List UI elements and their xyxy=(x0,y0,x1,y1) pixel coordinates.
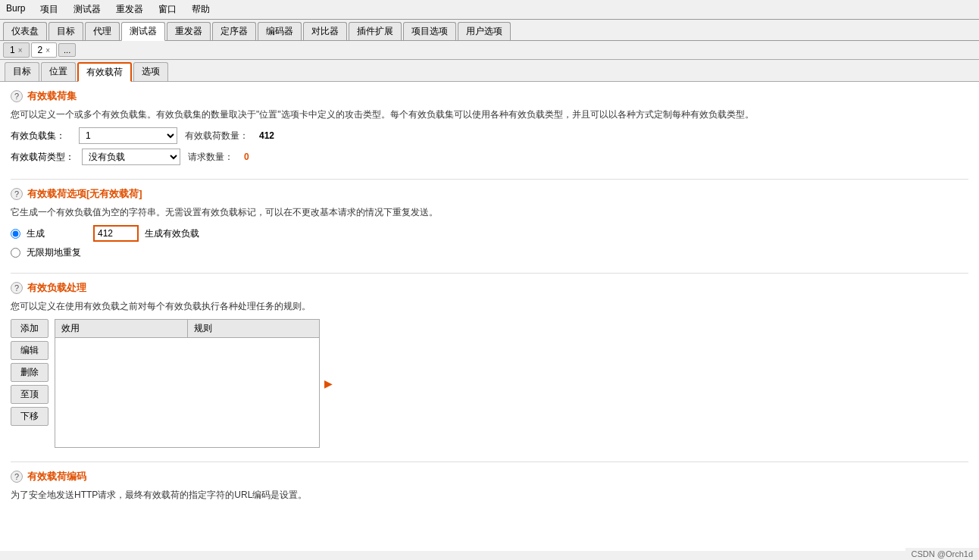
instance-tab-2-close[interactable]: × xyxy=(45,46,50,55)
move-down-button[interactable]: 下移 xyxy=(11,407,48,426)
instance-tab-more[interactable]: ... xyxy=(58,43,76,57)
unlimited-radio[interactable] xyxy=(11,248,20,258)
payload-set-select-wrap: 1 xyxy=(79,127,177,144)
tab-proxy[interactable]: 代理 xyxy=(85,22,120,40)
tab-extensions[interactable]: 插件扩展 xyxy=(349,22,402,40)
tab-project-options[interactable]: 项目选项 xyxy=(403,22,456,40)
payload-encoding-desc: 为了安全地发送HTTP请求，最终有效载荷的指定字符的URL编码是设置。 xyxy=(11,488,968,502)
tab-intruder[interactable]: 测试器 xyxy=(121,22,165,41)
payload-options-help-icon[interactable]: ? xyxy=(11,188,23,200)
col-enabled: 效用 xyxy=(55,320,188,337)
unlimited-radio-row: 无限期地重复 xyxy=(11,246,968,259)
menu-window[interactable]: 窗口 xyxy=(155,2,180,17)
table-header: 效用 规则 xyxy=(55,320,319,338)
payload-processing-title: 有效负载处理 xyxy=(27,281,86,295)
menu-tester[interactable]: 测试器 xyxy=(70,2,104,17)
delete-rule-button[interactable]: 删除 xyxy=(11,363,48,382)
request-count-label: 请求数量： xyxy=(188,151,233,164)
divider-1 xyxy=(11,179,968,180)
instance-tab-1[interactable]: 1 × xyxy=(3,42,30,58)
payload-processing-help-icon[interactable]: ? xyxy=(11,282,23,294)
generate-count-input[interactable]: 412 xyxy=(93,225,139,242)
menu-help[interactable]: 帮助 xyxy=(189,2,213,17)
sub-tab-positions[interactable]: 位置 xyxy=(41,62,76,81)
divider-2 xyxy=(11,273,968,274)
payload-type-select[interactable]: 没有负载 xyxy=(82,149,180,165)
payload-options-desc: 它生成一个有效负载值为空的字符串。无需设置有效负载标记，可以在不更改基本请求的情… xyxy=(11,205,968,219)
edit-rule-button[interactable]: 编辑 xyxy=(11,341,48,360)
payload-processing-desc: 您可以定义在使用有效负载之前对每个有效负载执行各种处理任务的规则。 xyxy=(11,299,968,313)
main-content: ? 有效载荷集 您可以定义一个或多个有效负载集。有效负载集的数量取决于"位置"选… xyxy=(0,82,979,551)
menu-bar: Burp 项目 测试器 重发器 窗口 帮助 xyxy=(0,0,979,20)
payload-encoding-section: ? 有效载荷编码 为了安全地发送HTTP请求，最终有效载荷的指定字符的URL编码… xyxy=(11,470,968,502)
tab-sequencer[interactable]: 定序器 xyxy=(212,22,256,40)
instance-tab-2[interactable]: 2 × xyxy=(31,42,58,58)
status-text: CSDN @Orch1d xyxy=(912,549,973,551)
payload-set-header: ? 有效载荷集 xyxy=(11,89,968,103)
tab-comparer[interactable]: 对比器 xyxy=(303,22,347,40)
tab-dashboard[interactable]: 仪表盘 xyxy=(3,22,47,40)
processing-area: 添加 编辑 删除 至顶 下移 效用 规则 ▶ xyxy=(11,319,968,448)
payload-set-help-icon[interactable]: ? xyxy=(11,90,23,102)
tab-target[interactable]: 目标 xyxy=(48,22,83,40)
tab-encoder[interactable]: 编码器 xyxy=(258,22,302,40)
instance-tab-2-label: 2 xyxy=(38,45,43,55)
payload-count-label: 有效载荷数量： xyxy=(185,130,249,142)
toolbar-tabs: 仪表盘 目标 代理 测试器 重发器 定序器 编码器 对比器 插件扩展 项目选项 … xyxy=(0,20,979,41)
status-bar: CSDN @Orch1d xyxy=(905,548,979,551)
payload-options-section: ? 有效载荷选项[无有效载荷] 它生成一个有效负载值为空的字符串。无需设置有效负… xyxy=(11,187,968,259)
sub-tab-target[interactable]: 目标 xyxy=(5,62,39,81)
payload-type-label: 有效载荷类型： xyxy=(11,151,74,164)
payload-count-value: 412 xyxy=(259,130,274,141)
request-count-value: 0 xyxy=(244,152,249,162)
col-rule: 规则 xyxy=(188,320,320,337)
processing-buttons: 添加 编辑 删除 至顶 下移 xyxy=(11,319,48,448)
menu-repeater[interactable]: 重发器 xyxy=(113,2,146,17)
payload-set-row: 有效负载集： 1 有效载荷数量： 412 xyxy=(11,127,968,144)
payload-encoding-title: 有效载荷编码 xyxy=(27,470,86,483)
instance-tab-1-label: 1 xyxy=(10,45,15,55)
payload-processing-section: ? 有效负载处理 您可以定义在使用有效负载之前对每个有效负载执行各种处理任务的规… xyxy=(11,281,968,448)
payload-options-title: 有效载荷选项[无有效载荷] xyxy=(27,187,142,201)
generate-suffix-label: 生成有效负载 xyxy=(145,227,199,240)
payload-processing-header: ? 有效负载处理 xyxy=(11,281,968,295)
processing-table: 效用 规则 ▶ xyxy=(55,319,320,448)
payload-set-desc: 您可以定义一个或多个有效负载集。有效负载集的数量取决于"位置"选项卡中定义的攻击… xyxy=(11,108,968,121)
sub-tabs: 目标 位置 有效载荷 选项 xyxy=(0,60,979,82)
payload-type-select-wrap: 没有负载 xyxy=(82,149,180,165)
table-expand-arrow[interactable]: ▶ xyxy=(324,377,333,389)
unlimited-radio-label: 无限期地重复 xyxy=(27,246,81,259)
sub-tab-options[interactable]: 选项 xyxy=(133,62,168,81)
payload-set-label: 有效负载集： xyxy=(11,130,71,142)
menu-burp[interactable]: Burp xyxy=(3,2,28,17)
generate-radio-label: 生成 xyxy=(27,227,87,240)
tab-repeater[interactable]: 重发器 xyxy=(167,22,211,40)
tab-user-options[interactable]: 用户选项 xyxy=(458,22,511,40)
move-top-button[interactable]: 至顶 xyxy=(11,385,48,404)
payload-encoding-help-icon[interactable]: ? xyxy=(11,471,23,483)
sub-tab-payloads[interactable]: 有效载荷 xyxy=(77,62,132,82)
divider-3 xyxy=(11,461,968,462)
generate-radio[interactable] xyxy=(11,229,20,239)
menu-project[interactable]: 项目 xyxy=(37,2,61,17)
payload-set-select[interactable]: 1 xyxy=(79,127,177,144)
payload-type-row: 有效载荷类型： 没有负载 请求数量： 0 xyxy=(11,149,968,165)
payload-set-title: 有效载荷集 xyxy=(27,89,77,103)
instance-tab-1-close[interactable]: × xyxy=(18,46,23,55)
payload-set-section: ? 有效载荷集 您可以定义一个或多个有效负载集。有效负载集的数量取决于"位置"选… xyxy=(11,89,968,165)
payload-encoding-header: ? 有效载荷编码 xyxy=(11,470,968,483)
payload-options-header: ? 有效载荷选项[无有效载荷] xyxy=(11,187,968,201)
instance-tabs: 1 × 2 × ... xyxy=(0,41,979,60)
generate-radio-row: 生成 412 生成有效负载 xyxy=(11,225,968,242)
add-rule-button[interactable]: 添加 xyxy=(11,319,48,338)
